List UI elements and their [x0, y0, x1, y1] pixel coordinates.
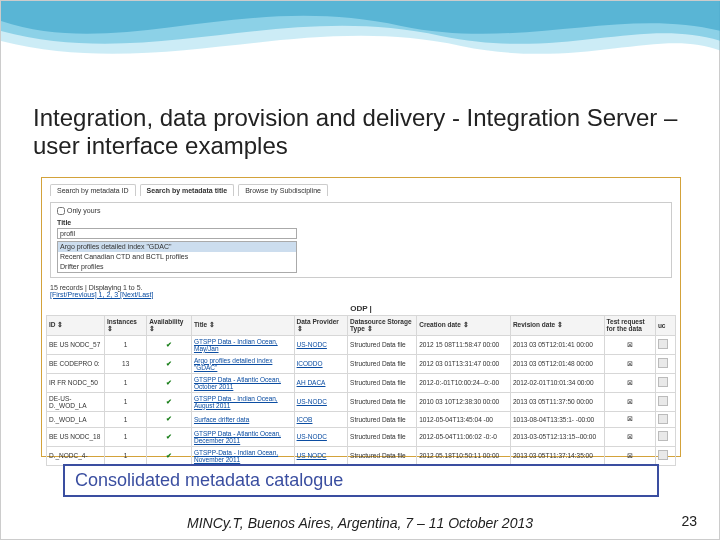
cell-title[interactable]: GTSPP Data - Indian Ocean, August 2011 [191, 392, 294, 411]
cell-title[interactable]: Surface drifter data [191, 411, 294, 427]
doc-icon [658, 396, 668, 406]
cell-instances: 1 [104, 373, 146, 392]
cell-availability: ✔ [147, 392, 192, 411]
cell-id: BE CODEPRO 0: [47, 354, 105, 373]
footer-text: MINCy.T, Buenos Aires, Argentina, 7 – 11… [1, 515, 719, 531]
cell-data-provider[interactable]: US-NODC [294, 335, 348, 354]
cell-availability: ✔ [147, 373, 192, 392]
cell-uc[interactable] [655, 411, 675, 427]
cell-test-request[interactable]: ⊠ [604, 392, 655, 411]
x-icon: ⊠ [607, 398, 653, 406]
cell-storage-type: Structured Data file [348, 373, 417, 392]
cell-data-provider[interactable]: ICOB [294, 411, 348, 427]
cell-revision-date: 2013 03 05T11:37:50 00:00 [510, 392, 604, 411]
list-item[interactable]: Drifter profiles [58, 262, 296, 272]
tab-browse[interactable]: Browse by Subdiscipline [238, 184, 328, 196]
col-revision-date[interactable]: Revision date ⇕ [510, 315, 604, 335]
cell-title[interactable]: GTSPP-Data - Indian Ocean, November 2011 [191, 446, 294, 465]
cell-revision-date: 2013-03-05T12:13:15--00:00 [510, 427, 604, 446]
table-row: BE US NODC_181✔GTSPP Data - Atlantic Oce… [47, 427, 676, 446]
cell-uc[interactable] [655, 373, 675, 392]
col-availability[interactable]: Availability ⇕ [147, 315, 192, 335]
cell-data-provider[interactable]: ICODDO [294, 354, 348, 373]
only-yours-checkbox[interactable] [57, 207, 65, 215]
cell-uc[interactable] [655, 427, 675, 446]
doc-icon [658, 431, 668, 441]
cell-data-provider[interactable]: US-NODC [294, 392, 348, 411]
check-icon: ✔ [149, 433, 189, 441]
col-instances[interactable]: Instances ⇕ [104, 315, 146, 335]
cell-storage-type: Structured Data file [348, 427, 417, 446]
cell-instances: 1 [104, 392, 146, 411]
cell-instances: 1 [104, 411, 146, 427]
cell-storage-type: Structured Data file [348, 354, 417, 373]
cell-instances: 1 [104, 446, 146, 465]
cell-test-request[interactable]: ⊠ [604, 446, 655, 465]
x-icon: ⊠ [607, 433, 653, 441]
doc-icon [658, 358, 668, 368]
pager: 15 records | Displaying 1 to 5. [First/P… [42, 284, 680, 302]
cell-storage-type: Structured Data file [348, 335, 417, 354]
doc-icon [658, 414, 668, 424]
slide-title: Integration, data provision and delivery… [33, 104, 687, 160]
cell-uc[interactable] [655, 392, 675, 411]
cell-id: D._NODC_4- [47, 446, 105, 465]
doc-icon [658, 377, 668, 387]
cell-data-provider[interactable]: US-NODC [294, 427, 348, 446]
col-data-provider[interactable]: Data Provider ⇕ [294, 315, 348, 335]
pager-nav[interactable]: [First/Previous] 1, 2, 3 [Next/Last] [50, 291, 153, 298]
col-uc[interactable]: uc [655, 315, 675, 335]
cell-storage-type: Structured Data file [348, 411, 417, 427]
cell-title[interactable]: GTSPP Data - Indian Ocean, May/Jan [191, 335, 294, 354]
col-storage-type[interactable]: Datasource Storage Type ⇕ [348, 315, 417, 335]
col-title[interactable]: Title ⇕ [191, 315, 294, 335]
cell-test-request[interactable]: ⊠ [604, 335, 655, 354]
header-wave [1, 1, 720, 71]
cell-instances: 1 [104, 335, 146, 354]
cell-instances: 1 [104, 427, 146, 446]
check-icon: ✔ [149, 398, 189, 406]
cell-uc[interactable] [655, 335, 675, 354]
cell-storage-type: Structured Data file [348, 446, 417, 465]
cell-revision-date: 2013 03 05T12:01:41 00:00 [510, 335, 604, 354]
tab-search-title[interactable]: Search by metadata title [140, 184, 235, 196]
cell-availability: ✔ [147, 411, 192, 427]
col-id[interactable]: ID ⇕ [47, 315, 105, 335]
cell-data-provider[interactable]: AH DACA [294, 373, 348, 392]
cell-title[interactable]: Argo profiles detailed index "GDAC" [191, 354, 294, 373]
cell-test-request[interactable]: ⊠ [604, 411, 655, 427]
table-row: IR FR NODC_501✔GTSPP Data - Atlantic Oce… [47, 373, 676, 392]
cell-availability: ✔ [147, 427, 192, 446]
cell-id: D._WOD_LA [47, 411, 105, 427]
table-row: BE US NODC_571✔GTSPP Data - Indian Ocean… [47, 335, 676, 354]
title-suggestions[interactable]: Argo profiles detailed index "GDAC" Rece… [57, 241, 297, 272]
title-input[interactable]: profil [57, 228, 297, 239]
x-icon: ⊠ [607, 452, 653, 460]
cell-test-request[interactable]: ⊠ [604, 354, 655, 373]
list-item[interactable]: Recent Canadian CTD and BCTL profiles [58, 252, 296, 262]
cell-title[interactable]: GTSPP Data - Atlantic Ocean, December 20… [191, 427, 294, 446]
cell-revision-date: 2013 03 05T11:37:14:35:00 [510, 446, 604, 465]
check-icon: ✔ [149, 415, 189, 423]
col-test-request[interactable]: Test request for the data [604, 315, 655, 335]
cell-test-request[interactable]: ⊠ [604, 373, 655, 392]
cell-creation-date: 2012 15 08T11:58:47 00:00 [417, 335, 511, 354]
cell-instances: 13 [104, 354, 146, 373]
cell-creation-date: 1012-05-04T13:45:04 -00 [417, 411, 511, 427]
search-panel: Only yours Title profil Argo profiles de… [50, 202, 672, 278]
cell-test-request[interactable]: ⊠ [604, 427, 655, 446]
col-creation-date[interactable]: Creation date ⇕ [417, 315, 511, 335]
x-icon: ⊠ [607, 415, 653, 423]
cell-creation-date: 2012 03 01T13:31:47 00:00 [417, 354, 511, 373]
table-row: D._WOD_LA1✔Surface drifter dataICOBStruc… [47, 411, 676, 427]
cell-data-provider[interactable]: US NODC [294, 446, 348, 465]
cell-uc[interactable] [655, 446, 675, 465]
x-icon: ⊠ [607, 379, 653, 387]
cell-uc[interactable] [655, 354, 675, 373]
tab-search-id[interactable]: Search by metadata ID [50, 184, 136, 196]
list-item[interactable]: Argo profiles detailed index "GDAC" [58, 242, 296, 252]
page-number: 23 [681, 513, 697, 529]
table-row: DE-US-D._WOD_LA1✔GTSPP Data - Indian Oce… [47, 392, 676, 411]
cell-title[interactable]: GTSPP Data - Atlantic Ocean, October 201… [191, 373, 294, 392]
cell-creation-date: 2010 03 10T12:38:30 00:00 [417, 392, 511, 411]
